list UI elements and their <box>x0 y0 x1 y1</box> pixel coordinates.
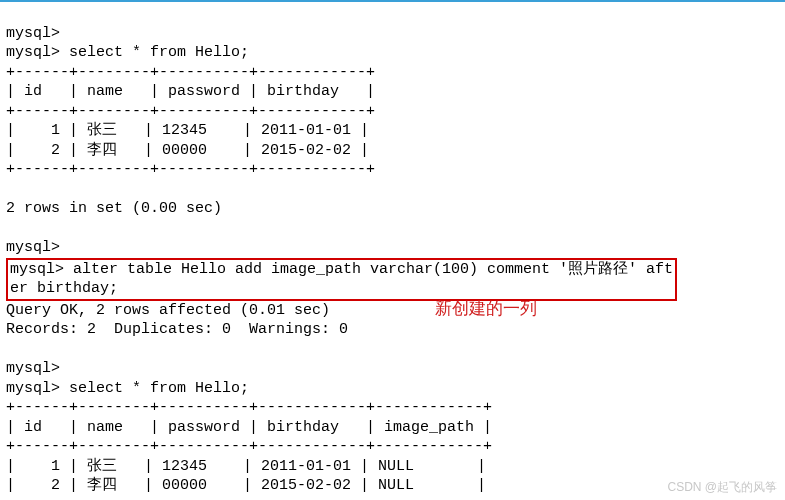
table-header: | id | name | password | birthday | imag… <box>6 419 492 436</box>
result-text: Records: 2 Duplicates: 0 Warnings: 0 <box>6 321 348 338</box>
highlighted-command: mysql> alter table Hello add image_path … <box>6 258 677 301</box>
prompt: mysql> <box>6 360 60 377</box>
table-row: | 1 | 张三 | 12345 | 2011-01-01 | NULL | <box>6 458 486 475</box>
table-row: | 2 | 李四 | 00000 | 2015-02-02 | NULL | <box>6 477 486 494</box>
table-border: +------+--------+----------+------------… <box>6 161 375 178</box>
table-row: | 1 | 张三 | 12345 | 2011-01-01 | <box>6 122 369 139</box>
watermark: CSDN @起飞的风筝 <box>667 480 777 496</box>
table-row: | 2 | 李四 | 00000 | 2015-02-02 | <box>6 142 369 159</box>
table-border: +------+--------+----------+------------… <box>6 438 492 455</box>
sql-query: select * from Hello; <box>69 44 249 61</box>
alter-line1: mysql> alter table Hello add image_path … <box>10 261 673 278</box>
alter-line2: er birthday; <box>10 280 118 297</box>
result-text: 2 rows in set (0.00 sec) <box>6 200 222 217</box>
sql-query: select * from Hello; <box>69 380 249 397</box>
prompt: mysql> <box>6 25 60 42</box>
result-text: Query OK, 2 rows affected (0.01 sec) <box>6 302 330 319</box>
table-border: +------+--------+----------+------------… <box>6 103 375 120</box>
prompt: mysql> <box>6 380 60 397</box>
terminal-output: mysql> mysql> select * from Hello; +----… <box>0 2 785 500</box>
table-header: | id | name | password | birthday | <box>6 83 375 100</box>
table-border: +------+--------+----------+------------… <box>6 399 492 416</box>
table-border: +------+--------+----------+------------… <box>6 64 375 81</box>
prompt: mysql> <box>6 44 60 61</box>
annotation-label: 新创建的一列 <box>435 298 537 320</box>
table-border: +------+--------+----------+------------… <box>6 497 492 501</box>
prompt: mysql> <box>6 239 60 256</box>
